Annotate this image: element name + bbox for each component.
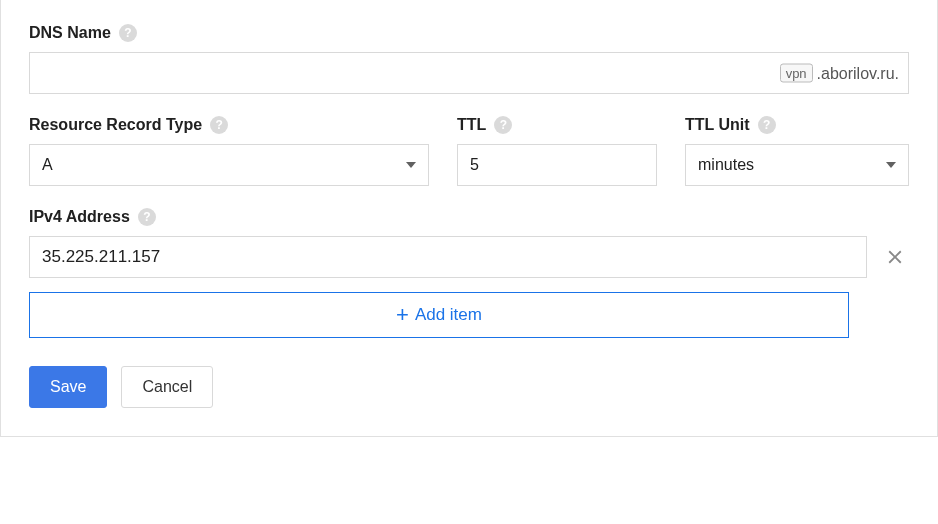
add-item-button[interactable]: + Add item (29, 292, 849, 338)
ttl-unit-label-row: TTL Unit ? (685, 116, 909, 134)
save-button[interactable]: Save (29, 366, 107, 408)
plus-icon: + (396, 304, 409, 326)
chevron-down-icon (406, 162, 416, 168)
ttl-unit-select[interactable]: minutes (685, 144, 909, 186)
ipv4-entry-row (29, 236, 909, 278)
dns-name-label: DNS Name (29, 24, 111, 42)
help-icon[interactable]: ? (758, 116, 776, 134)
dns-name-field: DNS Name ? vpn .aborilov.ru. (29, 24, 909, 94)
record-type-select[interactable]: A (29, 144, 429, 186)
cancel-button-label: Cancel (142, 378, 192, 396)
ttl-field: TTL ? (457, 116, 657, 186)
chevron-down-icon (886, 162, 896, 168)
ttl-input[interactable] (457, 144, 657, 186)
ttl-label: TTL (457, 116, 486, 134)
add-item-label: Add item (415, 305, 482, 325)
ipv4-label-row: IPv4 Address ? (29, 208, 909, 226)
ipv4-field: IPv4 Address ? + Add item (29, 208, 909, 338)
record-type-label: Resource Record Type (29, 116, 202, 134)
ttl-unit-value: minutes (698, 156, 754, 174)
help-icon[interactable]: ? (494, 116, 512, 134)
help-icon[interactable]: ? (119, 24, 137, 42)
help-icon[interactable]: ? (138, 208, 156, 226)
dns-name-input-wrapper: vpn .aborilov.ru. (29, 52, 909, 94)
cancel-button[interactable]: Cancel (121, 366, 213, 408)
save-button-label: Save (50, 378, 86, 396)
remove-item-button[interactable] (881, 243, 909, 271)
record-type-value: A (42, 156, 53, 174)
ttl-unit-label: TTL Unit (685, 116, 750, 134)
ipv4-label: IPv4 Address (29, 208, 130, 226)
action-buttons: Save Cancel (29, 366, 909, 408)
dns-name-input[interactable] (29, 52, 909, 94)
ttl-label-row: TTL ? (457, 116, 657, 134)
dns-name-suffix: vpn .aborilov.ru. (780, 64, 899, 83)
dns-name-label-row: DNS Name ? (29, 24, 909, 42)
dns-zone-suffix: .aborilov.ru. (817, 64, 899, 82)
close-icon (884, 246, 906, 268)
help-icon[interactable]: ? (210, 116, 228, 134)
ipv4-input[interactable] (29, 236, 867, 278)
ttl-unit-field: TTL Unit ? minutes (685, 116, 909, 186)
record-type-field: Resource Record Type ? A (29, 116, 429, 186)
dns-record-form: DNS Name ? vpn .aborilov.ru. Resource Re… (0, 0, 938, 437)
dns-prefix-badge: vpn (780, 64, 813, 83)
record-type-label-row: Resource Record Type ? (29, 116, 429, 134)
record-ttl-row: Resource Record Type ? A TTL ? TTL Unit … (29, 116, 909, 186)
